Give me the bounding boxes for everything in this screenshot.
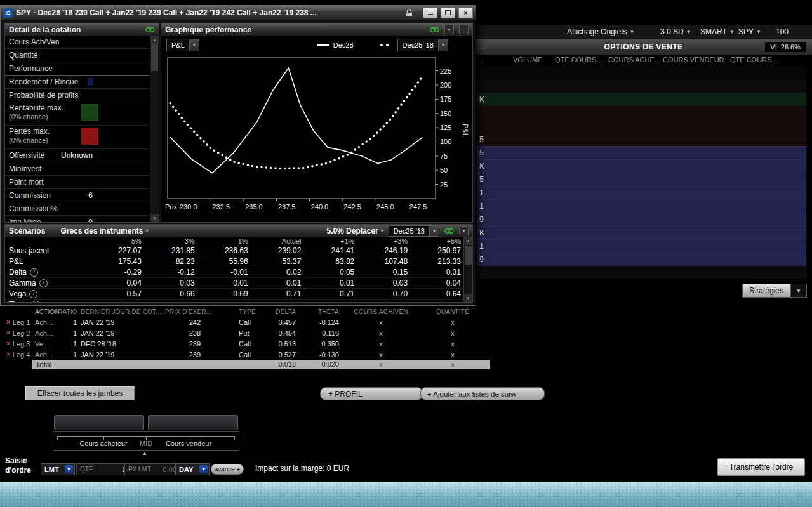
- limit-price-field[interactable]: PX LMT 0.00: [124, 463, 180, 475]
- scenario-expiry-dropdown[interactable]: Dec25 '18: [389, 225, 439, 237]
- scroll-up-icon[interactable]: ▲: [150, 36, 159, 44]
- option-row[interactable]: 9: [475, 213, 806, 226]
- scrollbar-thumb[interactable]: [151, 44, 158, 71]
- panel-menu-icon[interactable]: ▾: [444, 25, 454, 34]
- option-row[interactable]: -: [475, 266, 806, 279]
- remove-leg-icon[interactable]: ×: [6, 351, 10, 358]
- option-row[interactable]: 1: [475, 239, 806, 253]
- lock-icon[interactable]: [406, 9, 413, 17]
- scenarios-scrollbar[interactable]: ▲ ▼: [463, 237, 472, 302]
- order-type-dropdown[interactable]: LMT: [41, 463, 75, 475]
- legs-column-header: THETA: [297, 308, 343, 315]
- scenario-cell: -0.12: [145, 268, 198, 277]
- svg-text:P&L: P&L: [462, 124, 469, 137]
- option-row[interactable]: 5: [475, 146, 806, 159]
- greeks-mode-dropdown[interactable]: Grecs des instruments▾: [60, 227, 148, 235]
- minimize-icon[interactable]: [423, 8, 437, 18]
- maximize-icon[interactable]: [441, 8, 455, 18]
- scenario-row-label: Sous-jacent: [5, 246, 91, 255]
- field-label: PX LMT: [128, 466, 151, 473]
- scenario-cell: 53.37: [251, 257, 305, 266]
- quantity-field[interactable]: QTÉ 1: [76, 463, 130, 475]
- option-row[interactable]: [475, 119, 806, 133]
- performance-chart-header[interactable]: Graphique performance ▾: [161, 23, 472, 36]
- option-row[interactable]: [475, 66, 806, 79]
- option-row[interactable]: [475, 106, 806, 119]
- svg-text:125: 125: [440, 124, 451, 131]
- option-row[interactable]: 5: [475, 133, 806, 146]
- link-group-icon[interactable]: [430, 27, 439, 33]
- remove-leg-icon[interactable]: ×: [6, 329, 10, 336]
- option-row[interactable]: [475, 79, 806, 93]
- svg-text:230.0: 230.0: [180, 203, 197, 211]
- leg-cell: x: [343, 329, 419, 337]
- scenario-cell: 0.01: [251, 279, 305, 287]
- window-titlebar[interactable]: IB SPY - Dec28 '18 239 Call + Jan22 '19 …: [1, 6, 476, 20]
- remove-leg-icon[interactable]: ×: [6, 340, 10, 347]
- sd-range-dropdown[interactable]: 3.0 SD▼: [660, 27, 691, 36]
- scenario-row-label-text: Vega: [9, 289, 26, 298]
- strategies-button[interactable]: Stratégies: [742, 284, 790, 298]
- option-row[interactable]: 9: [475, 253, 806, 266]
- scenario-cell: 0.02: [251, 268, 305, 277]
- chevron-down-icon: [429, 226, 439, 236]
- option-row[interactable]: 5: [475, 173, 806, 186]
- scenario-cell: 0.03: [357, 279, 411, 287]
- leg-row[interactable]: ×Leg 1Ach...1JAN 22 '19242Call0.457-0.12…: [5, 317, 486, 327]
- price-source-dropdown-left[interactable]: [54, 415, 144, 430]
- scenario-row: Thetai: [5, 300, 464, 303]
- panel-menu-icon[interactable]: ▾: [459, 226, 469, 235]
- panel-detach-icon[interactable]: [459, 25, 469, 34]
- strategies-dropdown-icon[interactable]: ▼: [790, 284, 807, 298]
- scenario-cell: 82.23: [145, 257, 198, 266]
- quote-detail-label: Performance: [9, 64, 53, 73]
- quote-detail-row: Rentabilité max.(0% chance): [5, 102, 150, 126]
- move-percent-dropdown[interactable]: 5.0% Déplacer▾: [326, 227, 383, 235]
- leg-cell: 1: [65, 340, 81, 348]
- legs-column-header: PRIX D'EXER...: [165, 308, 206, 315]
- add-to-watchlist-button[interactable]: + Ajouter aux listes de suivi: [420, 387, 545, 400]
- metric-dropdown[interactable]: P&L: [166, 39, 199, 51]
- value-swatch: [81, 128, 98, 145]
- tabs-display-dropdown[interactable]: Affichage Onglets▼: [567, 27, 634, 36]
- leg-row[interactable]: ×Leg 2Ach...1JAN 22 '19238Put-0.454-0.11…: [5, 327, 486, 338]
- transmit-order-button[interactable]: Transmettre l'ordre: [717, 458, 805, 476]
- chevron-down-icon: ▾: [381, 228, 383, 234]
- quote-detail-header[interactable]: Détail de la cotation: [5, 23, 159, 36]
- scenarios-header[interactable]: Scénarios Grecs des instruments▾ 5.0% Dé…: [5, 225, 472, 237]
- legs-rows: ×Leg 1Ach...1JAN 22 '19242Call0.457-0.12…: [5, 317, 486, 360]
- option-row[interactable]: K: [475, 159, 806, 173]
- scroll-up-icon[interactable]: ▲: [464, 237, 472, 245]
- leg-row[interactable]: ×Leg 4Ach...1JAN 22 '19239Call0.527-0.13…: [5, 349, 486, 360]
- scrollbar-thumb[interactable]: [465, 246, 472, 265]
- scroll-down-icon[interactable]: ▼: [464, 294, 472, 302]
- price-source-dropdown-right[interactable]: [148, 415, 238, 430]
- scenarios-panel: Scénarios Grecs des instruments▾ 5.0% Dé…: [4, 224, 473, 303]
- link-group-icon[interactable]: [444, 228, 454, 234]
- dropdown-label: P&L: [167, 41, 189, 49]
- ask-label: Cours vendeur: [166, 440, 211, 447]
- option-row[interactable]: K: [475, 93, 806, 106]
- slider-handle-icon[interactable]: ▲: [142, 451, 147, 456]
- clear-all-legs-button[interactable]: Effacer toutes les jambes: [25, 386, 135, 400]
- symbol-dropdown[interactable]: SPY▼: [738, 27, 761, 36]
- leg-label: Leg 4: [13, 351, 30, 359]
- route-dropdown[interactable]: SMART▼: [700, 27, 735, 36]
- option-row[interactable]: K: [475, 226, 806, 239]
- legend-solid-series: Dec28: [317, 41, 354, 49]
- link-group-icon[interactable]: [145, 27, 155, 33]
- profile-button[interactable]: + PROFIL: [320, 387, 423, 400]
- scroll-down-icon[interactable]: ▼: [150, 214, 159, 222]
- option-row[interactable]: 1: [475, 186, 806, 199]
- advanced-button[interactable]: avance +: [211, 464, 244, 475]
- quote-detail-sublabel: (0% chance): [9, 136, 50, 144]
- dropdown-label: 3.0 SD: [660, 27, 684, 36]
- quote-detail-scrollbar[interactable]: ▲ ▼: [150, 36, 159, 222]
- price-slider[interactable]: Cours acheteur MID Cours vendeur: [53, 431, 239, 451]
- leg-row[interactable]: ×Leg 3Ve...1DEC 28 '18239Call0.513-0.350…: [5, 338, 486, 349]
- chart-expiry-dropdown[interactable]: Dec25 '18: [397, 39, 448, 51]
- time-in-force-dropdown[interactable]: DAY: [175, 463, 210, 475]
- remove-leg-icon[interactable]: ×: [6, 319, 10, 326]
- close-icon[interactable]: ×: [458, 8, 473, 18]
- option-row[interactable]: 1: [475, 199, 806, 213]
